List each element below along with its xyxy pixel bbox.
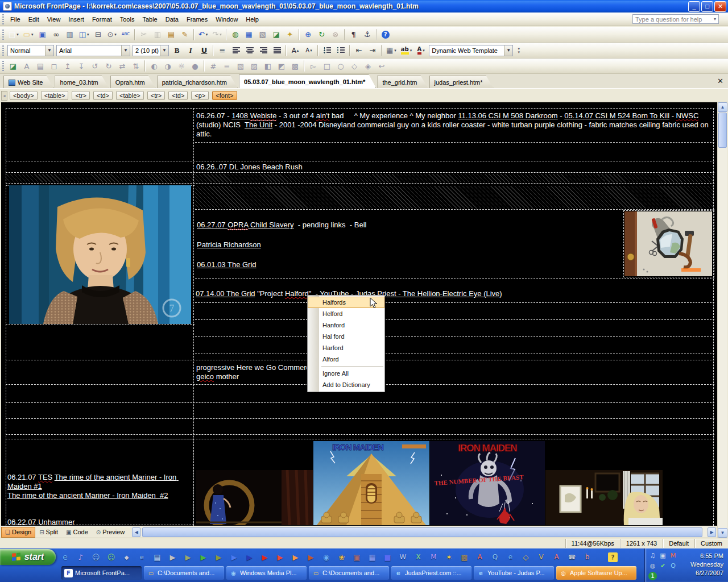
quick-launch-icon[interactable]: ▶ [291, 552, 300, 562]
menu-item[interactable]: Help [242, 14, 263, 24]
tray-icon[interactable]: ✔ [659, 562, 667, 570]
formatting-button[interactable]: A [289, 44, 301, 57]
font-combo[interactable]: Arial ▼ [56, 45, 130, 56]
blonde-woman-video-still[interactable] [545, 470, 663, 525]
pictures-toolbar-button[interactable]: ◧ [262, 60, 274, 72]
formatting-button[interactable]: ▦ [384, 44, 398, 57]
pictures-toolbar-button[interactable]: ⇄ [116, 60, 129, 72]
pictures-toolbar-button[interactable]: ↥ [61, 60, 74, 72]
formatting-button[interactable] [349, 45, 350, 56]
formatting-button[interactable] [286, 45, 287, 56]
paragraph-maiden-1[interactable]: 06.21.07 TES The rime of the ancient Mar… [7, 473, 191, 491]
quick-launch-icon[interactable]: ☺ [106, 552, 116, 562]
view-tab[interactable]: ❏Design [1, 527, 35, 538]
toolbar-button[interactable]: ✎ [179, 28, 191, 41]
pictures-toolbar-button[interactable]: ⇅ [130, 60, 142, 72]
formatting-button[interactable] [271, 44, 283, 57]
toolbar-button[interactable] [193, 29, 195, 40]
minimize-button[interactable]: _ [688, 1, 700, 12]
menu-item[interactable]: Table [138, 14, 161, 24]
toolbar-button[interactable]: ◍ [229, 28, 242, 41]
pictures-toolbar-button[interactable] [204, 60, 205, 72]
paragraph-0626[interactable]: 06.26.07 - 1408 Webiste - 3 out of 4 ain… [196, 111, 711, 139]
file-tab[interactable]: patricia_richardson.htm [157, 76, 238, 88]
formatting-button[interactable] [257, 44, 270, 57]
menu-item[interactable]: Data [162, 14, 183, 24]
powerslave-album-cover[interactable]: IRON MAIDEN [313, 441, 429, 525]
tray-icon[interactable]: ♫ [648, 551, 657, 560]
toolbar-button[interactable]: ◫ [77, 28, 91, 41]
tray-icon[interactable]: ▣ [659, 551, 667, 560]
view-tab[interactable]: ⊟Split [35, 527, 62, 538]
taskbar-clock[interactable]: 6:55 PM Wednesday 6/27/2007 [680, 548, 728, 582]
paragraph-halford[interactable]: 07.14.00 The Grid "Project Halford" - Yo… [196, 289, 710, 298]
paragraph-dl-jones[interactable]: 06.26..07 DL Jones Beach Rush [196, 163, 711, 172]
toolbar-options-chevron[interactable]: ▾▾ [515, 44, 522, 57]
formatting-button[interactable] [317, 45, 318, 56]
css-mode-indicator[interactable]: Custom [694, 539, 728, 548]
file-tab[interactable]: Oprah.htm [110, 76, 156, 88]
pictures-toolbar-button[interactable]: ◪ [7, 60, 19, 72]
quick-tag[interactable]: <tr> [147, 91, 166, 100]
spell-action[interactable]: Add to Dictionary [308, 379, 384, 390]
pictures-toolbar-button[interactable]: ▻ [307, 60, 320, 72]
toolbar-button[interactable]: ▥ [64, 28, 76, 41]
patricia-richardson-image[interactable]: 7 [9, 185, 191, 324]
vertical-scrollbar[interactable]: ▲ ▼ [717, 102, 727, 538]
pictures-toolbar-button[interactable]: A [20, 60, 33, 72]
toolbar-button[interactable]: ⊗ [329, 28, 342, 41]
quick-launch-icon[interactable]: ▤ [152, 552, 162, 562]
quick-launch-icon[interactable]: ♪ [76, 552, 85, 562]
toolbar-button[interactable]: ▭ [22, 28, 35, 41]
menu-item[interactable]: Frames [183, 14, 212, 24]
pictures-toolbar-button[interactable]: ≡ [221, 60, 233, 72]
scroll-right-icon[interactable]: ▶ [708, 527, 716, 537]
dynamic-web-template-combo[interactable]: Dynamic Web Template ▼ [429, 45, 513, 56]
design-view-canvas[interactable]: 06.26.07 - 1408 Webiste - 3 out of 4 ain… [1, 102, 717, 526]
taskbar-window-button[interactable]: eYouTube - Judas P... [474, 566, 554, 580]
quick-launch-icon[interactable]: ▶ [183, 552, 193, 562]
toolbar-button[interactable]: ▧ [257, 28, 269, 41]
quick-launch-icon[interactable]: ◉ [321, 552, 331, 562]
door-mirror-image[interactable] [624, 211, 712, 276]
formatting-button[interactable]: ⇥ [366, 44, 379, 57]
quick-launch-icon[interactable]: ◇ [521, 552, 531, 562]
quick-tag[interactable]: <p> [191, 91, 209, 100]
vertical-scroll-thumb[interactable] [718, 113, 727, 148]
toolbar-button[interactable]: ? [379, 28, 392, 41]
file-tab[interactable]: Web Site [3, 76, 53, 88]
chevron-down-icon[interactable]: ▼ [121, 45, 130, 56]
formatting-button[interactable] [381, 45, 382, 56]
formatting-button[interactable]: B [171, 44, 183, 57]
toolbar-button[interactable]: ✂ [138, 28, 150, 41]
formatting-button[interactable]: ≡ [216, 44, 229, 57]
toolbar-button[interactable]: ⊕ [302, 28, 315, 41]
toolbar-button[interactable] [134, 29, 135, 40]
view-tab[interactable]: ▣Code [62, 527, 92, 538]
tray-icon[interactable]: M [669, 551, 677, 560]
toolbar-grip[interactable] [2, 45, 5, 56]
pictures-toolbar-button[interactable]: □ [321, 60, 333, 72]
quick-launch-icon[interactable]: ☺ [91, 552, 101, 562]
file-tab[interactable]: the_grid.htm [377, 76, 428, 88]
pictures-toolbar-button[interactable]: ↩ [375, 60, 388, 72]
spell-suggestion[interactable]: Helford [308, 308, 384, 319]
quick-launch-icon[interactable]: b [582, 552, 592, 562]
horizontal-scroll-thumb[interactable] [142, 527, 702, 537]
quick-tag[interactable]: <td> [93, 91, 113, 100]
pictures-toolbar-button[interactable]: ◑ [162, 60, 174, 72]
quick-launch-icon[interactable]: ▶ [214, 552, 224, 562]
chevron-down-icon[interactable]: ▼ [504, 45, 512, 56]
spell-suggestion[interactable]: Hanford [308, 319, 384, 331]
formatting-button[interactable] [213, 45, 214, 56]
question-box[interactable]: Type a question for help ▾ [632, 14, 719, 24]
spell-suggestion[interactable]: Alford [308, 354, 384, 365]
tray-icon[interactable]: ◍ [648, 562, 657, 570]
quick-tag[interactable]: <table> [41, 91, 69, 100]
toolbar-button[interactable]: ⚓ [361, 28, 374, 41]
link-the-grid[interactable]: 06.01.03 The Grid [197, 260, 618, 269]
quick-tag[interactable]: <tr> [72, 91, 90, 100]
quick-launch-icon[interactable]: ✶ [444, 552, 454, 562]
pictures-toolbar-button[interactable]: # [207, 60, 220, 72]
title-bar[interactable]: Microsoft FrontPage - I:\korrekt.com\cas… [0, 0, 728, 13]
